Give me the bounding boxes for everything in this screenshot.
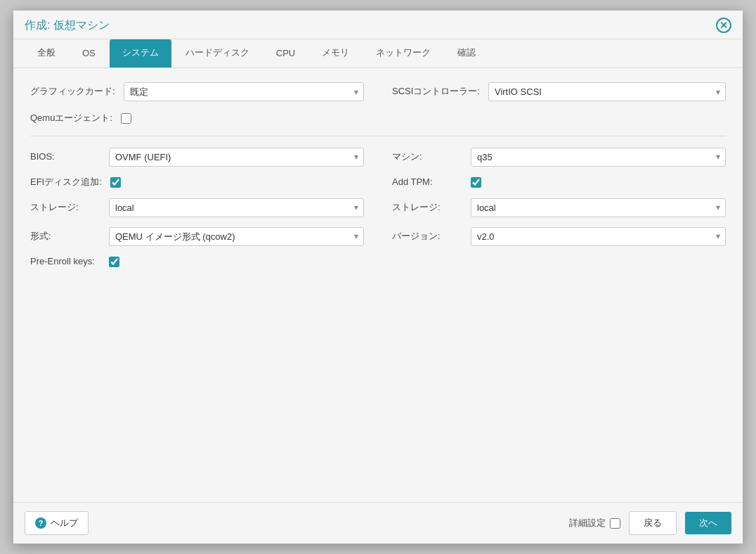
bios-select-wrapper: OVMF (UEFI) bbox=[109, 148, 364, 167]
tab-memory[interactable]: メモリ bbox=[309, 39, 362, 67]
advanced-checkbox[interactable] bbox=[610, 518, 620, 529]
scsi-select-wrapper: VirtIO SCSI bbox=[488, 82, 726, 101]
pre-enroll-label: Pre-Enroll keys: bbox=[30, 256, 100, 268]
add-tpm-label: Add TPM: bbox=[392, 176, 462, 188]
machine-label: マシン: bbox=[392, 151, 462, 163]
footer-left: ? ヘルプ bbox=[25, 511, 89, 535]
back-button[interactable]: 戻る bbox=[629, 511, 677, 535]
dialog-footer: ? ヘルプ 詳細設定 戻る 次へ bbox=[13, 502, 743, 543]
efi-row: EFIディスク追加: bbox=[30, 176, 364, 188]
tab-system[interactable]: システム bbox=[110, 39, 171, 67]
scsi-row: SCSIコントローラー: VirtIO SCSI bbox=[392, 82, 726, 101]
version-row: バージョン: v2.0 bbox=[392, 227, 726, 246]
dialog: 作成: 仮想マシン ✕ 全般 OS システム ハードディスク CPU メモリ ネ… bbox=[13, 10, 743, 544]
format-select[interactable]: QEMU イメージ形式 (qcow2) bbox=[109, 227, 364, 246]
qemu-checkbox[interactable] bbox=[121, 113, 131, 124]
dialog-body: グラフィックカード: 既定 SCSIコントローラー: VirtIO SCSI bbox=[13, 68, 743, 502]
version-select-wrapper: v2.0 bbox=[471, 227, 726, 246]
scsi-label: SCSIコントローラー: bbox=[392, 86, 480, 98]
tab-confirm[interactable]: 確認 bbox=[445, 39, 488, 67]
storage-left-row: ストレージ: local bbox=[30, 198, 364, 217]
qemu-row: Qemuエージェント: bbox=[30, 112, 364, 124]
advanced-wrap: 詳細設定 bbox=[569, 517, 620, 529]
efi-checkbox[interactable] bbox=[110, 177, 121, 188]
next-button[interactable]: 次へ bbox=[685, 512, 731, 534]
storage-left-select-wrapper: local bbox=[109, 198, 364, 217]
storage-left-label: ストレージ: bbox=[30, 202, 100, 214]
bios-row: BIOS: OVMF (UEFI) bbox=[30, 148, 364, 167]
tab-os[interactable]: OS bbox=[70, 41, 108, 67]
dialog-header: 作成: 仮想マシン ✕ bbox=[13, 11, 743, 39]
divider-1 bbox=[30, 136, 726, 136]
graphics-label: グラフィックカード: bbox=[30, 86, 115, 98]
bios-label: BIOS: bbox=[30, 151, 100, 163]
scsi-select[interactable]: VirtIO SCSI bbox=[488, 82, 726, 101]
version-select[interactable]: v2.0 bbox=[471, 227, 726, 246]
help-icon: ? bbox=[35, 517, 46, 529]
tab-cpu[interactable]: CPU bbox=[263, 41, 308, 67]
efi-checkbox-wrap bbox=[110, 177, 121, 188]
pre-enroll-row: Pre-Enroll keys: bbox=[30, 256, 364, 268]
format-select-wrapper: QEMU イメージ形式 (qcow2) bbox=[109, 227, 364, 246]
format-label: 形式: bbox=[30, 231, 100, 243]
add-tpm-row: Add TPM: bbox=[392, 176, 726, 188]
dialog-title: 作成: 仮想マシン bbox=[25, 18, 110, 33]
storage-left-select[interactable]: local bbox=[109, 198, 364, 217]
help-label: ヘルプ bbox=[51, 517, 78, 529]
bios-select[interactable]: OVMF (UEFI) bbox=[109, 148, 364, 167]
tab-harddisk[interactable]: ハードディスク bbox=[173, 39, 262, 67]
machine-select-wrapper: q35 bbox=[471, 148, 726, 167]
pre-enroll-checkbox-wrap bbox=[109, 257, 119, 267]
close-button[interactable]: ✕ bbox=[716, 18, 731, 33]
storage-right-label: ストレージ: bbox=[392, 202, 462, 214]
qemu-label: Qemuエージェント: bbox=[30, 112, 112, 124]
graphics-select[interactable]: 既定 bbox=[124, 82, 364, 101]
tab-general[interactable]: 全般 bbox=[25, 39, 68, 67]
graphics-select-wrapper: 既定 bbox=[124, 82, 364, 101]
machine-row: マシン: q35 bbox=[392, 148, 726, 167]
storage-right-row: ストレージ: local bbox=[392, 198, 726, 217]
graphics-row: グラフィックカード: 既定 bbox=[30, 82, 364, 101]
help-button[interactable]: ? ヘルプ bbox=[25, 511, 89, 535]
machine-select[interactable]: q35 bbox=[471, 148, 726, 167]
format-row: 形式: QEMU イメージ形式 (qcow2) bbox=[30, 227, 364, 246]
version-label: バージョン: bbox=[392, 231, 462, 243]
storage-right-select-wrapper: local bbox=[471, 198, 726, 217]
add-tpm-checkbox-wrap bbox=[471, 177, 481, 188]
pre-enroll-checkbox[interactable] bbox=[109, 257, 119, 267]
advanced-label: 詳細設定 bbox=[569, 517, 606, 529]
footer-right: 詳細設定 戻る 次へ bbox=[569, 511, 731, 535]
tabs-bar: 全般 OS システム ハードディスク CPU メモリ ネットワーク 確認 bbox=[13, 39, 743, 68]
tab-network[interactable]: ネットワーク bbox=[363, 39, 443, 67]
efi-label: EFIディスク追加: bbox=[30, 176, 102, 188]
add-tpm-checkbox[interactable] bbox=[471, 177, 481, 188]
storage-right-select[interactable]: local bbox=[471, 198, 726, 217]
qemu-checkbox-wrap bbox=[121, 113, 131, 124]
